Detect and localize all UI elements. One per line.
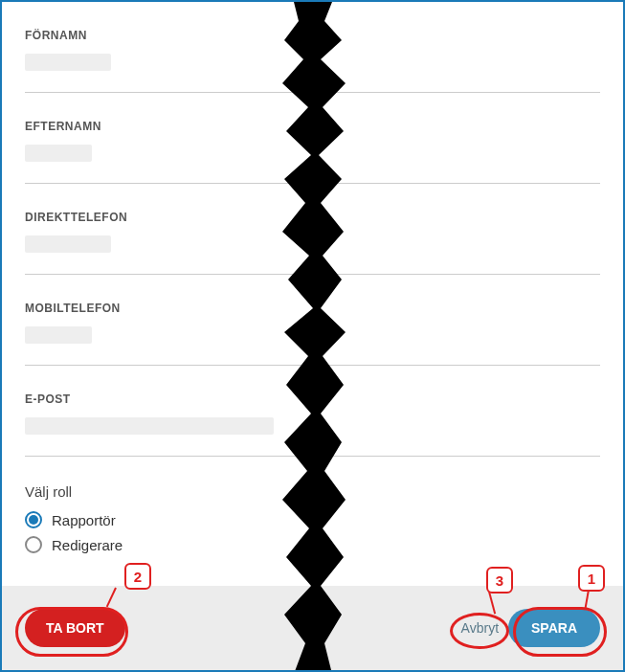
form-area: FÖRNAMN EFTERNAMN DIREKTTELEFON MOBILTEL…: [2, 2, 623, 588]
delete-button[interactable]: TA BORT: [25, 609, 125, 647]
cancel-link[interactable]: Avbryt: [458, 615, 502, 641]
field-mobilephone: MOBILTELEFON: [25, 302, 600, 366]
value-firstname[interactable]: [25, 54, 111, 71]
label-directphone: DIREKTTELEFON: [25, 211, 600, 224]
radio-redigerare[interactable]: Redigerare: [25, 536, 600, 553]
underline: [25, 355, 600, 366]
underline: [25, 82, 600, 93]
radio-icon: [25, 511, 42, 528]
role-title: Välj roll: [25, 483, 600, 500]
underline: [25, 264, 600, 275]
radio-rapportor[interactable]: Rapportör: [25, 511, 600, 528]
field-directphone: DIREKTTELEFON: [25, 211, 600, 275]
field-firstname: FÖRNAMN: [25, 29, 600, 93]
role-section: Välj roll Rapportör Redigerare: [25, 483, 600, 553]
value-directphone[interactable]: [25, 235, 111, 253]
label-mobilephone: MOBILTELEFON: [25, 302, 600, 315]
radio-label-redigerare: Redigerare: [52, 537, 123, 553]
value-email[interactable]: [25, 417, 274, 435]
dialog-frame: FÖRNAMN EFTERNAMN DIREKTTELEFON MOBILTEL…: [0, 0, 625, 672]
value-lastname[interactable]: [25, 145, 92, 162]
footer-right: Avbryt SPARA: [458, 609, 600, 647]
field-email: E-POST: [25, 392, 600, 457]
label-firstname: FÖRNAMN: [25, 29, 600, 42]
underline: [25, 446, 600, 457]
radio-icon: [25, 536, 42, 553]
label-lastname: EFTERNAMN: [25, 120, 600, 133]
radio-label-rapportor: Rapportör: [52, 512, 116, 528]
save-button[interactable]: SPARA: [508, 609, 600, 647]
field-lastname: EFTERNAMN: [25, 120, 600, 184]
value-mobilephone[interactable]: [25, 326, 92, 344]
footer-bar: TA BORT Avbryt SPARA: [2, 586, 623, 670]
underline: [25, 173, 600, 184]
label-email: E-POST: [25, 392, 600, 406]
